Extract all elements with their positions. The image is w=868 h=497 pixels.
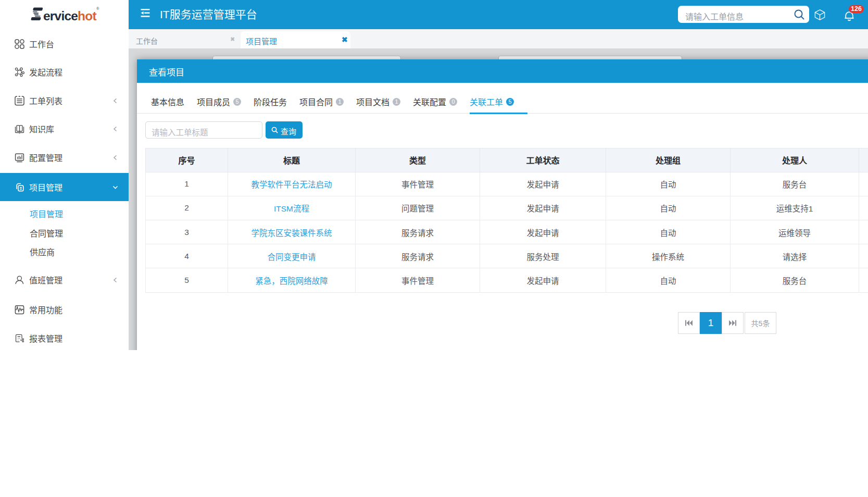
svg-text:®: ® (96, 6, 99, 11)
svg-text:ervicehot: ervicehot (43, 9, 96, 23)
